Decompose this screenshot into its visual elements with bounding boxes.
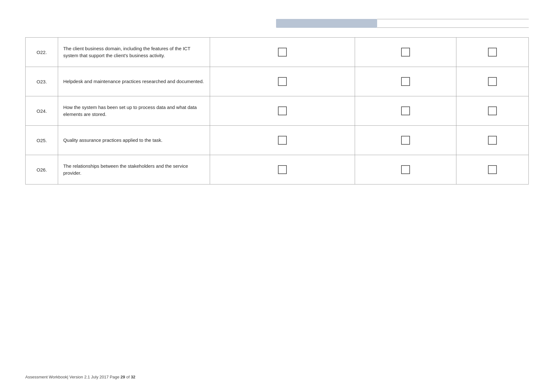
page-container: O22.The client business domain, includin… <box>0 0 554 392</box>
checkbox-o23-3[interactable] <box>488 77 497 86</box>
checkbox-o24-3[interactable] <box>488 106 497 115</box>
checkbox-col3-o22 <box>456 38 528 67</box>
checkbox-col1-o25 <box>210 126 355 155</box>
checkbox-col2-o26 <box>355 155 456 184</box>
row-id-o22: O22. <box>26 38 58 67</box>
checkbox-o25-1[interactable] <box>278 136 287 145</box>
checkbox-o23-1[interactable] <box>278 77 287 86</box>
checkbox-o26-3[interactable] <box>488 165 497 174</box>
table-row: O25.Quality assurance practices applied … <box>26 126 529 155</box>
table-row: O26.The relationships between the stakeh… <box>26 155 529 184</box>
main-table: O22.The client business domain, includin… <box>25 37 529 184</box>
checkbox-o22-1[interactable] <box>278 48 287 57</box>
row-description-o23: Helpdesk and maintenance practices resea… <box>58 67 210 96</box>
checkbox-col1-o26 <box>210 155 355 184</box>
checkbox-o24-1[interactable] <box>278 106 287 115</box>
checkbox-o26-1[interactable] <box>278 165 287 174</box>
checkbox-o26-2[interactable] <box>401 165 410 174</box>
table-row: O23.Helpdesk and maintenance practices r… <box>26 67 529 96</box>
checkbox-col3-o26 <box>456 155 528 184</box>
footer-page-current: 29 <box>121 375 125 379</box>
checkbox-o25-2[interactable] <box>401 136 410 145</box>
table-row: O24.How the system has been set up to pr… <box>26 96 529 126</box>
row-id-o26: O26. <box>26 155 58 184</box>
checkbox-col3-o24 <box>456 96 528 126</box>
row-id-o23: O23. <box>26 67 58 96</box>
checkbox-col2-o22 <box>355 38 456 67</box>
row-id-o25: O25. <box>26 126 58 155</box>
checkbox-col3-o25 <box>456 126 528 155</box>
checkbox-o22-2[interactable] <box>401 48 410 57</box>
row-description-o25: Quality assurance practices applied to t… <box>58 126 210 155</box>
checkbox-o24-2[interactable] <box>401 106 410 115</box>
table-row: O22.The client business domain, includin… <box>26 38 529 67</box>
checkbox-o22-3[interactable] <box>488 48 497 57</box>
checkbox-o23-2[interactable] <box>401 77 410 86</box>
row-description-o22: The client business domain, including th… <box>58 38 210 67</box>
row-description-o26: The relationships between the stakeholde… <box>58 155 210 184</box>
header-highlight <box>276 19 377 28</box>
checkbox-col3-o23 <box>456 67 528 96</box>
footer-page-separator: of <box>125 375 131 379</box>
checkbox-col1-o24 <box>210 96 355 126</box>
checkbox-col1-o23 <box>210 67 355 96</box>
checkbox-col2-o24 <box>355 96 456 126</box>
header-bar <box>25 19 529 28</box>
row-description-o24: How the system has been set up to proces… <box>58 96 210 126</box>
checkbox-col2-o25 <box>355 126 456 155</box>
checkbox-col1-o22 <box>210 38 355 67</box>
footer: Assessment Workbook| Version 2.1 July 20… <box>25 375 135 379</box>
footer-text: Assessment Workbook| Version 2.1 July 20… <box>25 375 121 379</box>
checkbox-o25-3[interactable] <box>488 136 497 145</box>
row-id-o24: O24. <box>26 96 58 126</box>
footer-page-total: 32 <box>131 375 135 379</box>
checkbox-col2-o23 <box>355 67 456 96</box>
